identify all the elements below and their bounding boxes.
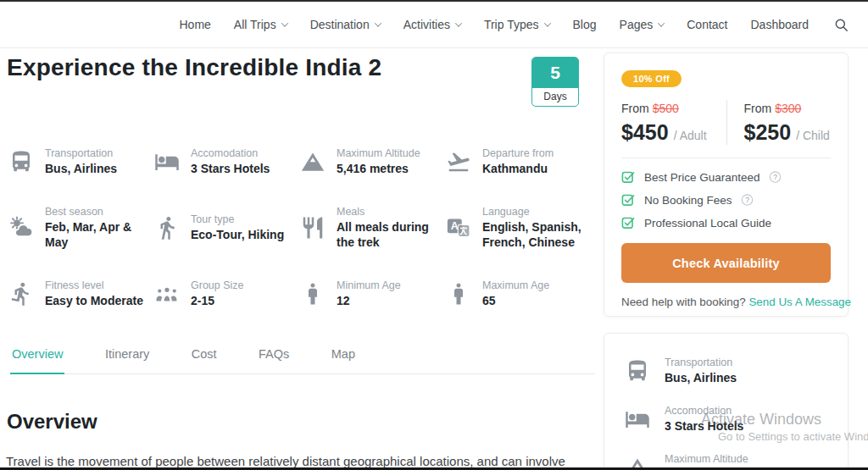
price-row: From$500 $450/ Adult From$300 $250/ Chil… — [621, 100, 831, 145]
fact-accomodation: Accomodation3 Stars Hotels — [625, 405, 827, 433]
feature-value: All meals during the trek — [337, 219, 443, 250]
feature-label: Maximum Altitude — [337, 147, 443, 159]
duration-badge: 5 Days — [531, 57, 579, 107]
language-icon — [446, 215, 471, 241]
feature-label: Best season — [45, 206, 152, 218]
nav-item-blog[interactable]: Blog — [573, 18, 597, 31]
duration-unit: Days — [532, 88, 578, 107]
checkbox-checked-icon — [621, 192, 636, 207]
chevron-down-icon — [374, 19, 381, 26]
help-icon[interactable] — [741, 193, 754, 207]
nav-label: Activities — [403, 18, 450, 31]
bed-icon — [625, 406, 650, 432]
feature-departure: Departure fromKathmandu — [446, 141, 592, 183]
feature-meals: MealsAll meals during the trek — [300, 206, 446, 250]
trip-features-grid: TransportationBus, Airlines Accomodation… — [8, 141, 595, 315]
nav-label: Pages — [620, 18, 654, 31]
fact-value: 3 Stars Hotels — [665, 419, 743, 433]
divider — [621, 158, 831, 158]
main-nav: Home All Trips Destination Activities Tr… — [179, 17, 849, 33]
nav-item-dashboard[interactable]: Dashboard — [751, 18, 810, 31]
fact-transportation: TransportationBus, Airlines — [625, 357, 827, 384]
page-title: Experience the Incredible India 2 — [7, 54, 381, 81]
price-unit: / Child — [796, 129, 830, 142]
tab-cost[interactable]: Cost — [190, 344, 219, 373]
feature-label: Transportation — [45, 147, 152, 159]
price-unit: / Adult — [674, 129, 707, 142]
chevron-down-icon — [543, 19, 550, 26]
check-availability-button[interactable]: Check Availability — [621, 243, 831, 283]
feature-label: Maximum Age — [482, 279, 589, 291]
tab-map[interactable]: Map — [330, 344, 357, 373]
bus-icon — [625, 358, 650, 384]
nav-item-pages[interactable]: Pages — [620, 18, 665, 31]
nav-label: Dashboard — [751, 18, 810, 31]
overview-heading: Overview — [7, 410, 97, 434]
current-price: $250 — [744, 120, 792, 145]
discount-badge: 10% Off — [621, 70, 682, 87]
benefit-label: No Booking Fees — [644, 194, 732, 207]
original-price: $300 — [775, 102, 801, 115]
nav-label: Contact — [687, 18, 727, 31]
nav-item-all-trips[interactable]: All Trips — [234, 18, 287, 31]
bus-icon — [8, 149, 34, 174]
feature-language: LanguageEnglish, Spanish, French, Chines… — [446, 206, 592, 250]
feature-label: Departure from — [482, 147, 589, 159]
duration-value: 5 — [532, 58, 578, 88]
child-price: From$300 $250/ Child — [726, 100, 832, 145]
feature-value: 12 — [337, 293, 443, 308]
checkbox-checked-icon — [621, 215, 636, 230]
current-price: $450 — [621, 120, 669, 145]
feature-value: Easy to Moderate — [45, 293, 152, 308]
send-message-link[interactable]: Send Us A Message — [748, 296, 851, 308]
nav-label: Home — [179, 18, 210, 31]
tab-faqs[interactable]: FAQs — [257, 344, 291, 373]
fact-label: Transportation — [665, 357, 737, 368]
plane-takeoff-icon — [446, 149, 471, 174]
bed-icon — [154, 149, 180, 174]
feature-value: 65 — [482, 293, 589, 308]
content-tabs: Overview Itinerary Cost FAQs Map — [10, 344, 595, 374]
feature-tour-type: Tour typeEco-Tour, Hiking — [154, 206, 300, 250]
help-icon[interactable] — [769, 170, 782, 184]
benefit-local-guide: Professional Local Guide — [621, 215, 831, 230]
fact-label: Accomodation — [665, 405, 743, 417]
benefit-best-price: Best Price Guaranteed — [621, 169, 831, 185]
hiker-icon — [154, 215, 180, 241]
feature-value: 5,416 metres — [337, 161, 443, 176]
person-icon — [300, 281, 326, 307]
benefit-label: Professional Local Guide — [644, 217, 771, 229]
feature-label: Minimum Age — [337, 279, 443, 291]
original-price: $500 — [653, 102, 679, 115]
feature-label: Language — [482, 206, 589, 218]
nav-item-activities[interactable]: Activities — [403, 18, 461, 31]
feature-group-size: Group Size2-15 — [154, 273, 300, 315]
feature-value: Feb, Mar, Apr & May — [45, 219, 152, 250]
nav-label: Blog — [573, 18, 597, 31]
tab-itinerary[interactable]: Itinerary — [103, 344, 151, 373]
nav-item-home[interactable]: Home — [179, 18, 210, 31]
runner-icon — [8, 281, 34, 307]
tab-overview[interactable]: Overview — [10, 344, 64, 374]
season-icon — [8, 215, 34, 241]
person-icon — [446, 281, 471, 307]
trip-detail-page: Home All Trips Destination Activities Tr… — [0, 0, 868, 470]
nav-item-destination[interactable]: Destination — [310, 18, 381, 31]
benefit-label: Best Price Guaranteed — [644, 171, 760, 184]
nav-item-trip-types[interactable]: Trip Types — [484, 18, 550, 31]
chevron-down-icon — [658, 19, 665, 26]
fact-value: Bus, Airlines — [665, 371, 737, 384]
feature-max-altitude: Maximum Altitude5,416 metres — [300, 141, 446, 183]
from-label: From — [621, 102, 649, 115]
feature-max-age: Maximum Age65 — [446, 273, 592, 315]
feature-value: Eco-Tour, Hiking — [191, 227, 298, 242]
feature-fitness: Fitness levelEasy to Moderate — [8, 273, 154, 315]
fact-label: Maximum Altitude — [665, 453, 748, 465]
feature-label: Group Size — [191, 279, 298, 291]
nav-item-contact[interactable]: Contact — [687, 18, 727, 31]
help-line: Need help with booking? Send Us A Messag… — [621, 296, 831, 308]
nav-label: Trip Types — [484, 18, 539, 31]
search-icon[interactable] — [833, 17, 849, 33]
nav-label: Destination — [310, 18, 370, 31]
feature-label: Meals — [337, 206, 443, 218]
